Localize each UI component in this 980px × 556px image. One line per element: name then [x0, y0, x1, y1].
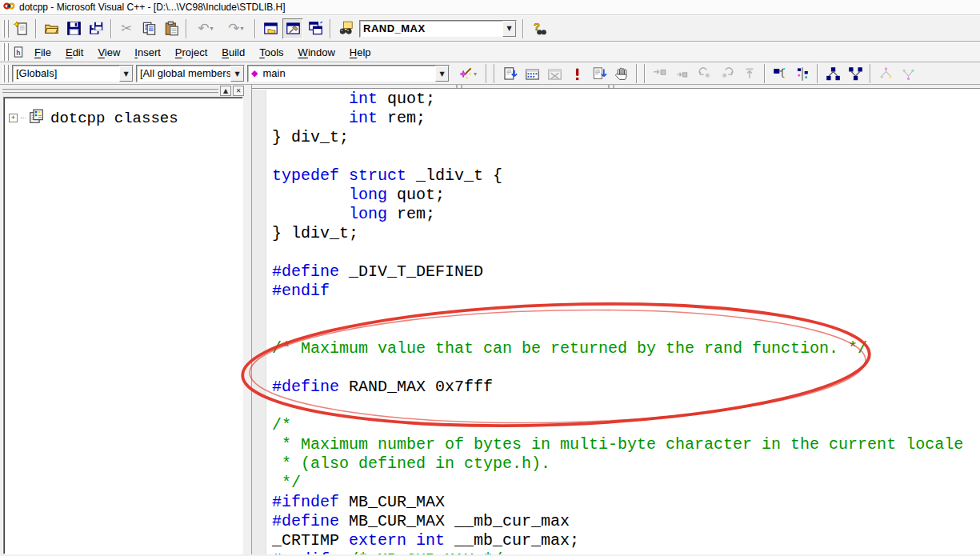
output-toggle-button[interactable] [282, 18, 303, 39]
class-graph-button[interactable] [770, 63, 790, 84]
code-line: */ [272, 474, 980, 493]
tree-root-label[interactable]: dotcpp classes [50, 110, 178, 127]
code-line [272, 301, 980, 320]
code-line: _CRTIMP extern int __mb_cur_max; [272, 531, 980, 550]
caller-graph-button[interactable] [845, 63, 866, 84]
title-bar: dotcpp - Microsoft Visual C++ - [D:\...\… [0, 0, 980, 15]
code-line [272, 397, 980, 416]
code-line: } ldiv_t; [272, 224, 980, 243]
undo-button[interactable]: ↶▾ [191, 18, 220, 39]
step-out-button[interactable] [694, 63, 715, 84]
workspace-toggle-button[interactable] [260, 18, 281, 39]
code-line: #endif [272, 282, 980, 301]
code-lines[interactable]: int quot; int rem;} div_t; typedef struc… [272, 90, 980, 554]
gripper-notch [456, 85, 462, 88]
references-button[interactable] [898, 63, 918, 84]
function-combo-value[interactable]: main [259, 66, 435, 82]
classview-tree[interactable]: + dotcpp classes [3, 97, 243, 554]
call-graph-button[interactable] [822, 63, 843, 84]
function-combobox[interactable]: ◆ main ▼ [247, 65, 450, 82]
search-button[interactable]: ? [528, 18, 549, 39]
class-combobox[interactable]: [Globals] ▼ [12, 65, 134, 82]
redo-button[interactable]: ↷▾ [222, 18, 250, 39]
expand-plus-icon[interactable]: + [9, 114, 18, 122]
wizard-dropdown-icon[interactable]: ▾ [474, 70, 477, 78]
window-list-button[interactable] [305, 18, 326, 39]
code-line: typedef struct _ldiv_t { [272, 166, 980, 186]
definitions-button[interactable] [875, 63, 896, 84]
tree-connector [21, 118, 26, 118]
new-text-file-button[interactable] [10, 18, 31, 39]
save-button[interactable] [63, 18, 84, 39]
compile-button[interactable] [499, 63, 520, 84]
menu-view[interactable]: View [90, 43, 127, 62]
code-line: #ifndef MB_CUR_MAX [272, 493, 980, 512]
selection-margin[interactable] [252, 90, 266, 554]
app-logo-icon [3, 0, 15, 15]
menu-help[interactable]: Help [342, 43, 378, 62]
code-line: #define MB_CUR_MAX __mb_cur_max [272, 512, 980, 531]
class-members-button[interactable] [792, 63, 813, 84]
menu-project[interactable]: Project [168, 43, 214, 62]
toolbar-gripper[interactable] [6, 20, 9, 38]
code-line [272, 243, 980, 262]
run-to-cursor-button[interactable] [717, 63, 738, 84]
class-combo-dropdown[interactable]: ▼ [119, 66, 133, 82]
undo-dropdown-icon[interactable]: ▾ [210, 25, 214, 32]
pane-minimize-button[interactable]: ▲ [220, 86, 231, 96]
toolbar-gripper[interactable] [2, 65, 5, 82]
pane-close-button[interactable]: ✕ [233, 86, 244, 96]
breakpoint-hand-button[interactable] [611, 63, 632, 84]
menu-build[interactable]: Build [214, 43, 252, 62]
toolbar-gripper[interactable] [2, 43, 5, 61]
quick-watch-button[interactable] [739, 63, 760, 84]
code-line [272, 358, 980, 378]
save-all-button[interactable] [86, 18, 106, 39]
find-in-files-button[interactable] [335, 18, 356, 39]
build-button[interactable] [522, 63, 542, 84]
workspace-pane-gripper[interactable]: ▲ ✕ [0, 85, 246, 97]
class-combo-value[interactable]: [Globals] [13, 66, 119, 82]
toolbar-gripper[interactable] [6, 65, 9, 82]
stop-build-button[interactable] [544, 63, 565, 84]
group-separator [870, 64, 871, 83]
toolbar-gripper[interactable] [6, 43, 9, 61]
document-icon[interactable]: h [10, 44, 26, 60]
paste-button[interactable] [161, 18, 182, 39]
step-over-button[interactable] [650, 63, 670, 84]
members-combobox[interactable]: [All global members] ▼ [136, 65, 245, 82]
execute-program-button[interactable] [566, 63, 587, 84]
copy-button[interactable] [138, 18, 159, 39]
find-dropdown-button[interactable]: ▼ [502, 21, 516, 37]
members-combo-dropdown[interactable]: ▼ [230, 66, 244, 82]
find-combobox[interactable]: RAND_MAX ▼ [359, 20, 517, 38]
group-separator [644, 64, 646, 83]
group-separator [110, 19, 112, 38]
code-line: /* [272, 416, 980, 435]
function-combo-dropdown[interactable]: ▼ [435, 66, 449, 82]
group-separator [486, 64, 487, 83]
code-line: int rem; [272, 109, 980, 128]
cut-button[interactable]: ✂ [116, 18, 137, 39]
code-editor[interactable]: int quot; int rem;} div_t; typedef struc… [251, 85, 980, 554]
tree-root-item[interactable]: + dotcpp classes [9, 109, 238, 127]
code-line [272, 320, 980, 339]
code-line: * (also defined in ctype.h). [272, 454, 980, 474]
members-combo-value[interactable]: [All global members] [137, 66, 230, 82]
find-value[interactable]: RAND_MAX [360, 21, 502, 37]
menu-file[interactable]: File [27, 43, 58, 62]
go-button[interactable] [589, 63, 610, 84]
open-button[interactable] [41, 18, 62, 39]
redo-dropdown-icon[interactable]: ▾ [241, 25, 244, 32]
group-separator [254, 19, 256, 38]
menu-insert[interactable]: Insert [127, 43, 168, 62]
step-into-button[interactable] [672, 63, 693, 84]
toolbar-gripper[interactable] [2, 20, 5, 38]
code-line: #endif /* MB_CUR_MAX */ [272, 550, 980, 554]
editor-top-gripper[interactable] [252, 85, 980, 89]
wizard-actions-button[interactable]: ▾ [453, 63, 482, 84]
menu-tools[interactable]: Tools [252, 43, 290, 62]
menu-edit[interactable]: Edit [58, 43, 90, 62]
menu-window[interactable]: Window [291, 43, 342, 62]
pane-groove [2, 89, 218, 94]
